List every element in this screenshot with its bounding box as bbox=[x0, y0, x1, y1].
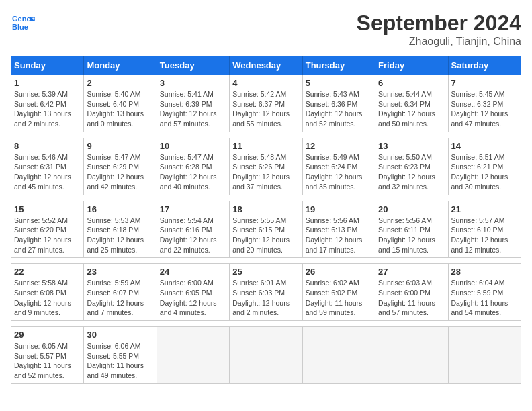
day-number: 20 bbox=[378, 204, 445, 214]
calendar-cell: 22Sunrise: 5:58 AMSunset: 6:08 PMDayligh… bbox=[11, 264, 84, 321]
day-number: 10 bbox=[160, 141, 226, 151]
day-number: 3 bbox=[160, 78, 226, 88]
day-info: Sunrise: 5:42 AMSunset: 6:37 PMDaylight:… bbox=[232, 89, 299, 129]
day-info: Sunrise: 5:52 AMSunset: 6:20 PMDaylight:… bbox=[14, 216, 81, 255]
day-info: Sunrise: 5:49 AMSunset: 6:24 PMDaylight:… bbox=[306, 152, 372, 192]
logo: General Blue General Blue bbox=[11, 11, 35, 35]
day-number: 23 bbox=[87, 267, 153, 277]
svg-text:Blue: Blue bbox=[12, 23, 28, 31]
calendar-cell: 21Sunrise: 5:57 AMSunset: 6:10 PMDayligh… bbox=[448, 201, 521, 258]
calendar-cell: 5Sunrise: 5:43 AMSunset: 6:36 PMDaylight… bbox=[302, 75, 375, 132]
calendar-week-5: 29Sunrise: 6:05 AMSunset: 5:57 PMDayligh… bbox=[11, 327, 521, 384]
day-info: Sunrise: 5:59 AMSunset: 6:07 PMDaylight:… bbox=[87, 278, 153, 318]
week-spacer bbox=[11, 132, 521, 138]
weekday-row: Sunday Monday Tuesday Wednesday Thursday… bbox=[11, 56, 521, 75]
day-number: 26 bbox=[306, 267, 372, 277]
day-info: Sunrise: 5:41 AMSunset: 6:39 PMDaylight:… bbox=[160, 89, 226, 129]
day-number: 16 bbox=[87, 204, 153, 214]
day-info: Sunrise: 5:56 AMSunset: 6:13 PMDaylight:… bbox=[306, 216, 372, 255]
title-block: September 2024 Zhaoguli, Tianjin, China bbox=[357, 11, 521, 48]
calendar-cell: 1Sunrise: 5:39 AMSunset: 6:42 PMDaylight… bbox=[11, 75, 84, 132]
calendar-cell: 7Sunrise: 5:45 AMSunset: 6:32 PMDaylight… bbox=[448, 75, 521, 132]
day-info: Sunrise: 5:47 AMSunset: 6:28 PMDaylight:… bbox=[160, 152, 226, 192]
calendar-cell: 16Sunrise: 5:53 AMSunset: 6:18 PMDayligh… bbox=[84, 201, 157, 258]
calendar-cell: 19Sunrise: 5:56 AMSunset: 6:13 PMDayligh… bbox=[302, 201, 375, 258]
day-info: Sunrise: 6:03 AMSunset: 6:00 PMDaylight:… bbox=[378, 278, 445, 318]
day-info: Sunrise: 5:57 AMSunset: 6:10 PMDaylight:… bbox=[451, 216, 518, 255]
day-info: Sunrise: 5:46 AMSunset: 6:31 PMDaylight:… bbox=[14, 152, 81, 192]
day-number: 30 bbox=[87, 330, 153, 340]
calendar-cell: 13Sunrise: 5:50 AMSunset: 6:23 PMDayligh… bbox=[375, 138, 448, 195]
calendar-cell: 2Sunrise: 5:40 AMSunset: 6:40 PMDaylight… bbox=[84, 75, 157, 132]
day-number: 5 bbox=[306, 78, 372, 88]
calendar-week-3: 15Sunrise: 5:52 AMSunset: 6:20 PMDayligh… bbox=[11, 201, 521, 258]
calendar-cell bbox=[230, 327, 302, 384]
calendar-cell: 27Sunrise: 6:03 AMSunset: 6:00 PMDayligh… bbox=[375, 264, 448, 321]
calendar-cell: 29Sunrise: 6:05 AMSunset: 5:57 PMDayligh… bbox=[11, 327, 84, 384]
page-header: General Blue General Blue September 2024… bbox=[11, 11, 521, 48]
col-thursday: Thursday bbox=[302, 56, 375, 75]
day-number: 27 bbox=[378, 267, 445, 277]
day-number: 24 bbox=[160, 267, 226, 277]
day-info: Sunrise: 5:40 AMSunset: 6:40 PMDaylight:… bbox=[87, 89, 153, 129]
page-subtitle: Zhaoguli, Tianjin, China bbox=[357, 36, 521, 48]
calendar-cell: 18Sunrise: 5:55 AMSunset: 6:15 PMDayligh… bbox=[230, 201, 302, 258]
day-info: Sunrise: 6:06 AMSunset: 5:55 PMDaylight:… bbox=[87, 341, 153, 381]
col-wednesday: Wednesday bbox=[230, 56, 302, 75]
calendar-body: 1Sunrise: 5:39 AMSunset: 6:42 PMDaylight… bbox=[11, 75, 521, 384]
col-saturday: Saturday bbox=[448, 56, 521, 75]
day-info: Sunrise: 5:58 AMSunset: 6:08 PMDaylight:… bbox=[14, 278, 81, 318]
calendar-cell: 14Sunrise: 5:51 AMSunset: 6:21 PMDayligh… bbox=[448, 138, 521, 195]
day-info: Sunrise: 5:47 AMSunset: 6:29 PMDaylight:… bbox=[87, 152, 153, 192]
calendar-cell: 15Sunrise: 5:52 AMSunset: 6:20 PMDayligh… bbox=[11, 201, 84, 258]
col-friday: Friday bbox=[375, 56, 448, 75]
day-number: 25 bbox=[232, 267, 299, 277]
day-info: Sunrise: 5:39 AMSunset: 6:42 PMDaylight:… bbox=[14, 89, 81, 129]
day-number: 22 bbox=[14, 267, 81, 277]
calendar-cell: 26Sunrise: 6:02 AMSunset: 6:02 PMDayligh… bbox=[302, 264, 375, 321]
calendar-cell: 11Sunrise: 5:48 AMSunset: 6:26 PMDayligh… bbox=[230, 138, 302, 195]
calendar-cell: 23Sunrise: 5:59 AMSunset: 6:07 PMDayligh… bbox=[84, 264, 157, 321]
day-info: Sunrise: 5:56 AMSunset: 6:11 PMDaylight:… bbox=[378, 216, 445, 255]
day-number: 17 bbox=[160, 204, 226, 214]
day-number: 19 bbox=[306, 204, 372, 214]
day-number: 4 bbox=[232, 78, 299, 88]
day-number: 7 bbox=[451, 78, 518, 88]
page-title: September 2024 bbox=[357, 11, 521, 36]
calendar-week-2: 8Sunrise: 5:46 AMSunset: 6:31 PMDaylight… bbox=[11, 138, 521, 195]
calendar-cell: 12Sunrise: 5:49 AMSunset: 6:24 PMDayligh… bbox=[302, 138, 375, 195]
calendar-cell: 30Sunrise: 6:06 AMSunset: 5:55 PMDayligh… bbox=[84, 327, 157, 384]
calendar-cell: 6Sunrise: 5:44 AMSunset: 6:34 PMDaylight… bbox=[375, 75, 448, 132]
day-info: Sunrise: 5:43 AMSunset: 6:36 PMDaylight:… bbox=[306, 89, 372, 129]
calendar-cell: 25Sunrise: 6:01 AMSunset: 6:03 PMDayligh… bbox=[230, 264, 302, 321]
calendar-table: Sunday Monday Tuesday Wednesday Thursday… bbox=[11, 56, 521, 384]
day-number: 21 bbox=[451, 204, 518, 214]
day-info: Sunrise: 5:45 AMSunset: 6:32 PMDaylight:… bbox=[451, 89, 518, 129]
day-number: 13 bbox=[378, 141, 445, 151]
day-number: 1 bbox=[14, 78, 81, 88]
day-info: Sunrise: 5:54 AMSunset: 6:16 PMDaylight:… bbox=[160, 216, 226, 255]
calendar-header: Sunday Monday Tuesday Wednesday Thursday… bbox=[11, 56, 521, 75]
day-info: Sunrise: 5:55 AMSunset: 6:15 PMDaylight:… bbox=[232, 216, 299, 255]
calendar-week-1: 1Sunrise: 5:39 AMSunset: 6:42 PMDaylight… bbox=[11, 75, 521, 132]
calendar-cell: 9Sunrise: 5:47 AMSunset: 6:29 PMDaylight… bbox=[84, 138, 157, 195]
week-spacer bbox=[11, 195, 521, 201]
calendar-cell bbox=[448, 327, 521, 384]
day-number: 15 bbox=[14, 204, 81, 214]
calendar-cell: 4Sunrise: 5:42 AMSunset: 6:37 PMDaylight… bbox=[230, 75, 302, 132]
day-number: 2 bbox=[87, 78, 153, 88]
day-info: Sunrise: 5:48 AMSunset: 6:26 PMDaylight:… bbox=[232, 152, 299, 192]
day-info: Sunrise: 6:05 AMSunset: 5:57 PMDaylight:… bbox=[14, 341, 81, 381]
calendar-cell: 17Sunrise: 5:54 AMSunset: 6:16 PMDayligh… bbox=[157, 201, 229, 258]
day-info: Sunrise: 6:02 AMSunset: 6:02 PMDaylight:… bbox=[306, 278, 372, 318]
calendar-cell bbox=[302, 327, 375, 384]
calendar-week-4: 22Sunrise: 5:58 AMSunset: 6:08 PMDayligh… bbox=[11, 264, 521, 321]
week-spacer bbox=[11, 258, 521, 264]
day-number: 12 bbox=[306, 141, 372, 151]
day-info: Sunrise: 5:44 AMSunset: 6:34 PMDaylight:… bbox=[378, 89, 445, 129]
logo-icon: General Blue bbox=[11, 11, 35, 35]
week-spacer bbox=[11, 321, 521, 327]
col-sunday: Sunday bbox=[11, 56, 84, 75]
calendar-cell bbox=[157, 327, 229, 384]
day-number: 14 bbox=[451, 141, 518, 151]
